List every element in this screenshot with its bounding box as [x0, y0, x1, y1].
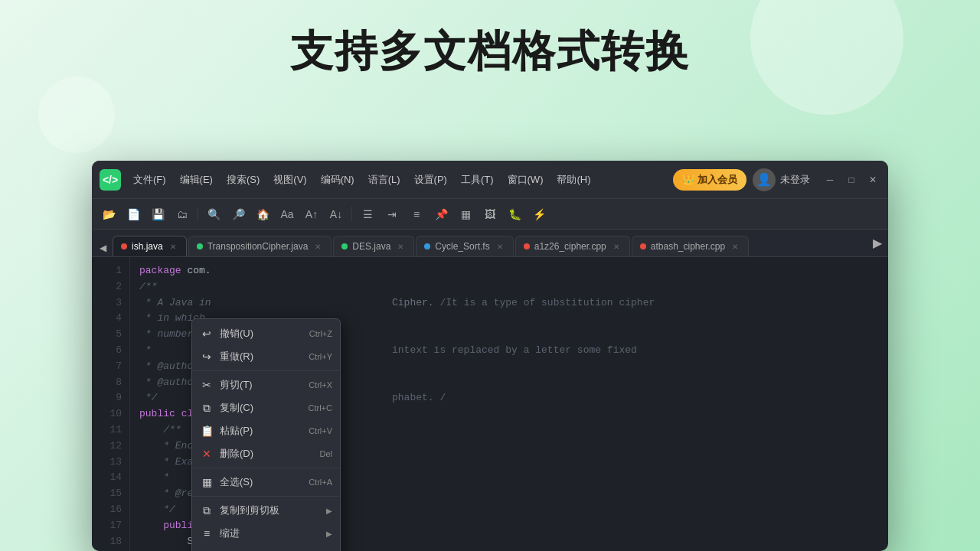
line-number: 6: [92, 343, 122, 359]
tab-dot: [640, 243, 646, 249]
menu-item-s[interactable]: 搜索(S): [220, 170, 266, 190]
ctx-case[interactable]: Aa 转换大小写 ▶: [192, 545, 340, 551]
line-number: 15: [92, 486, 122, 502]
tab-cycle-sort[interactable]: Cycle_Sort.fs ✕: [416, 236, 513, 256]
tab-des-java[interactable]: DES.java ✕: [333, 236, 414, 256]
ctx-undo[interactable]: ↩ 撤销(U) Ctrl+Z: [192, 322, 340, 345]
ctx-redo[interactable]: ↪ 重做(R) Ctrl+Y: [192, 345, 340, 368]
toolbar-sep-1: [198, 207, 198, 222]
toolbar-case[interactable]: Aa: [276, 204, 298, 225]
tab-close-cycle[interactable]: ✕: [495, 242, 505, 252]
context-menu: ↩ 撤销(U) Ctrl+Z ↪ 重做(R) Ctrl+Y ✂ 剪切(T) Ct…: [191, 318, 341, 551]
bg-decoration-3: [38, 77, 115, 153]
tab-prev-arrow[interactable]: ◀: [95, 240, 111, 256]
tab-close-transposition[interactable]: ✕: [312, 242, 323, 252]
toolbar-run[interactable]: ⚡: [528, 204, 550, 225]
line-number: 11: [92, 422, 122, 439]
ctx-indent[interactable]: ≡ 缩进 ▶: [192, 522, 340, 545]
line-number: 2: [92, 279, 122, 295]
menu-item-t[interactable]: 工具(T): [455, 170, 500, 190]
line-number: 7: [92, 359, 122, 375]
line-number: 14: [92, 470, 122, 486]
line-numbers: 12345678910111213141516171819202122: [92, 257, 130, 551]
maximize-button[interactable]: □: [844, 172, 859, 187]
app-logo: </>: [100, 169, 121, 191]
ctx-sep-3: [192, 496, 340, 497]
toolbar-find[interactable]: 🔎: [227, 204, 249, 225]
ctx-sep-2: [192, 468, 340, 468]
ctx-cut[interactable]: ✂ 剪切(T) Ctrl+X: [192, 373, 340, 396]
line-number: 18: [92, 534, 122, 550]
toolbar: 📂 📄 💾 🗂 🔍 🔎 🏠 Aa A↑ A↓ ☰ ⇥ ≡ 📌 ▦ 🖼 🐛 ⚡: [92, 199, 888, 230]
ctx-delete[interactable]: ✕ 删除(D) Del: [192, 442, 340, 465]
toolbar-list[interactable]: ☰: [357, 204, 378, 225]
line-number: 10: [92, 406, 122, 422]
toolbar-align[interactable]: ≡: [406, 204, 427, 225]
title-bar: </> 文件(F)编辑(E)搜索(S)视图(V)编码(N)语言(L)设置(P)工…: [92, 161, 888, 199]
line-number: 12: [92, 439, 122, 455]
menu-item-w[interactable]: 窗口(W): [501, 170, 550, 190]
ctx-copy[interactable]: ⧉ 复制(C) Ctrl+C: [192, 396, 340, 419]
user-login-text: 未登录: [780, 173, 810, 187]
toolbar-format[interactable]: 🏠: [252, 204, 273, 225]
toolbar-font-down[interactable]: A↓: [325, 204, 347, 225]
toolbar-debug[interactable]: 🐛: [504, 204, 525, 225]
menu-item-v[interactable]: 视图(V): [267, 170, 312, 190]
tab-close-a1z26[interactable]: ✕: [611, 242, 622, 252]
menu-item-p[interactable]: 设置(P): [408, 170, 453, 190]
line-number: 17: [92, 518, 122, 534]
tab-ish-java[interactable]: ish.java ✕: [113, 236, 187, 256]
tabs-bar: ◀ ish.java ✕ TranspositionCipher.java ✕ …: [92, 230, 888, 257]
tab-dot: [524, 243, 530, 249]
menu-item-l[interactable]: 语言(L): [362, 170, 407, 190]
tab-dot: [424, 243, 430, 249]
toolbar-save[interactable]: 💾: [147, 204, 168, 225]
menu-item-h[interactable]: 帮助(H): [550, 170, 596, 190]
toolbar-image[interactable]: 🖼: [479, 204, 501, 225]
toolbar-sep-2: [351, 207, 352, 222]
toolbar-table[interactable]: ▦: [455, 204, 476, 225]
tab-close-atbash[interactable]: ✕: [730, 242, 740, 252]
window-controls: ─ □ ✕: [822, 172, 880, 187]
close-button[interactable]: ✕: [865, 172, 880, 187]
user-area: 👤 未登录: [753, 168, 810, 191]
tab-a1z26[interactable]: a1z26_cipher.cpp ✕: [515, 236, 630, 256]
user-avatar: 👤: [753, 168, 776, 191]
ctx-select-all[interactable]: ▦ 全选(S) Ctrl+A: [192, 471, 340, 494]
menu-item-n[interactable]: 编码(N): [315, 170, 361, 190]
ctx-sep-1: [192, 370, 340, 371]
toolbar-save-all[interactable]: 🗂: [172, 204, 193, 225]
toolbar-font-up[interactable]: A↑: [301, 204, 322, 225]
tab-transposition-cipher[interactable]: TranspositionCipher.java ✕: [188, 236, 332, 256]
menu-item-f[interactable]: 文件(F): [127, 170, 172, 190]
editor-window: </> 文件(F)编辑(E)搜索(S)视图(V)编码(N)语言(L)设置(P)工…: [92, 161, 888, 551]
line-number: 9: [92, 390, 122, 406]
line-number: 4: [92, 311, 122, 327]
code-content-right: Cipher. /It is a type of substitution ci…: [383, 257, 888, 551]
tab-dot: [121, 243, 127, 249]
line-number: 8: [92, 375, 122, 391]
minimize-button[interactable]: ─: [822, 172, 838, 187]
join-vip-button[interactable]: 👑 加入会员: [673, 169, 746, 191]
toolbar-new-file[interactable]: 📄: [122, 204, 144, 225]
bg-decoration-1: [750, 0, 903, 115]
tab-close-ish[interactable]: ✕: [168, 242, 178, 252]
line-number: 5: [92, 327, 122, 343]
toolbar-open-file[interactable]: 📂: [98, 204, 119, 225]
line-number: 16: [92, 502, 122, 518]
ctx-copy-to-clipboard[interactable]: ⧉ 复制到剪切板 ▶: [192, 499, 340, 522]
ctx-paste[interactable]: 📋 粘贴(P) Ctrl+V: [192, 419, 340, 442]
line-number: 13: [92, 455, 122, 471]
menu-bar: 文件(F)编辑(E)搜索(S)视图(V)编码(N)语言(L)设置(P)工具(T)…: [127, 170, 667, 190]
tab-next-arrow[interactable]: ▶: [870, 230, 885, 256]
editor-area: 12345678910111213141516171819202122 pack…: [92, 257, 888, 551]
line-number: 1: [92, 263, 122, 279]
line-number: 3: [92, 295, 122, 311]
toolbar-indent[interactable]: ⇥: [381, 204, 403, 225]
toolbar-pin[interactable]: 📌: [430, 204, 452, 225]
menu-item-e[interactable]: 编辑(E): [174, 170, 219, 190]
tab-close-des[interactable]: ✕: [395, 242, 406, 252]
tab-atbash[interactable]: atbash_cipher.cpp ✕: [632, 236, 749, 256]
tab-dot: [197, 243, 203, 249]
toolbar-search[interactable]: 🔍: [203, 204, 224, 225]
